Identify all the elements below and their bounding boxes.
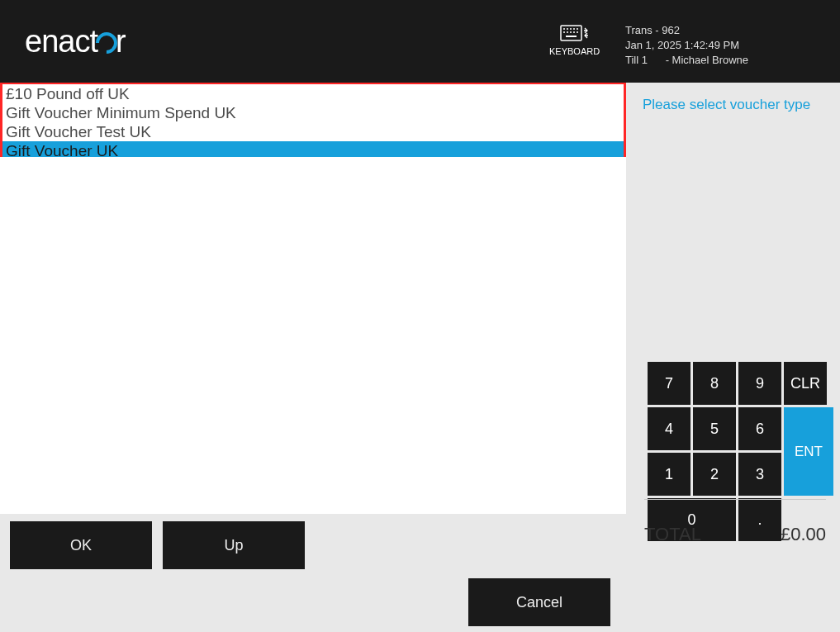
logo-text-1: enact xyxy=(25,24,97,59)
numeric-keypad: 7 8 9 CLR 4 5 6 1 2 3 0 . ENT xyxy=(648,362,833,541)
operator-name: Michael Browne xyxy=(672,54,749,66)
total-row: TOTAL £0.00 xyxy=(644,524,826,545)
svg-point-3 xyxy=(570,28,572,30)
total-value: £0.00 xyxy=(781,524,826,545)
key-5[interactable]: 5 xyxy=(693,407,736,450)
content-panel xyxy=(0,157,626,514)
till-sep: - xyxy=(666,54,672,66)
prompt-text: Please select voucher type xyxy=(643,97,810,113)
till-id: Till 1 xyxy=(625,54,648,66)
key-8[interactable]: 8 xyxy=(693,362,736,405)
svg-point-1 xyxy=(563,28,565,30)
key-9[interactable]: 9 xyxy=(738,362,781,405)
voucher-list: £10 Pound off UK Gift Voucher Minimum Sp… xyxy=(0,83,626,157)
key-1[interactable]: 1 xyxy=(648,453,691,496)
total-label: TOTAL xyxy=(644,524,701,545)
svg-point-6 xyxy=(563,31,565,33)
key-4[interactable]: 4 xyxy=(648,407,691,450)
ok-button[interactable]: OK xyxy=(10,521,152,569)
header-info: Trans - 962 Jan 1, 2025 1:42:49 PM Till … xyxy=(625,23,748,69)
keyboard-button[interactable]: KEYBOARD xyxy=(549,23,600,56)
key-6[interactable]: 6 xyxy=(738,407,781,450)
total-divider xyxy=(644,499,826,500)
svg-rect-0 xyxy=(561,26,581,40)
key-7[interactable]: 7 xyxy=(648,362,691,405)
svg-point-7 xyxy=(567,31,568,33)
key-enter[interactable]: ENT xyxy=(784,407,833,496)
up-button[interactable]: Up xyxy=(163,521,305,569)
svg-rect-11 xyxy=(566,36,577,37)
transaction-id: Trans - 962 xyxy=(625,23,748,38)
key-2[interactable]: 2 xyxy=(693,453,736,496)
app-header: enact r KEYBOARD Trans - 962 Jan 1, 2025… xyxy=(0,0,840,83)
svg-point-2 xyxy=(567,28,568,30)
list-item[interactable]: Gift Voucher Minimum Spend UK xyxy=(2,103,624,122)
brand-logo: enact r xyxy=(25,24,126,59)
svg-point-5 xyxy=(577,28,578,30)
list-item[interactable]: Gift Voucher Test UK xyxy=(2,122,624,141)
svg-point-9 xyxy=(573,31,575,33)
key-clear[interactable]: CLR xyxy=(784,362,827,405)
header-till-operator: Till 1 - Michael Browne xyxy=(625,53,748,68)
keyboard-label: KEYBOARD xyxy=(549,46,600,56)
list-item[interactable]: £10 Pound off UK xyxy=(2,84,624,103)
svg-point-10 xyxy=(577,31,578,33)
cancel-button[interactable]: Cancel xyxy=(468,578,610,626)
keyboard-icon xyxy=(549,23,600,43)
header-datetime: Jan 1, 2025 1:42:49 PM xyxy=(625,38,748,53)
svg-point-8 xyxy=(570,31,572,33)
svg-point-4 xyxy=(573,28,575,30)
key-3[interactable]: 3 xyxy=(738,453,781,496)
